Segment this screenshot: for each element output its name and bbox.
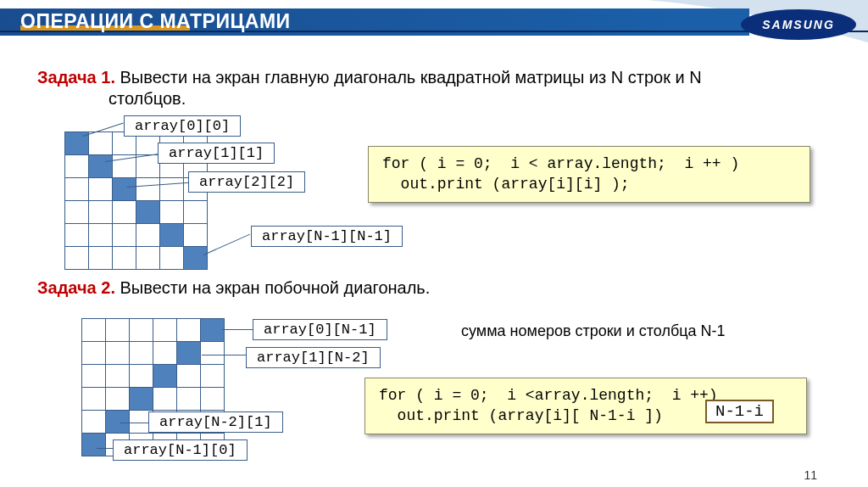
code1-line2: out.print (array[i][i] ); [382, 176, 630, 193]
callout-array-n2-1: array[N-2][1] [148, 411, 283, 433]
code-block-task1: for ( i = 0; i < array.length; i ++ ) ou… [368, 146, 810, 203]
samsung-logo: SAMSUNG [739, 8, 858, 41]
code1-line1: for ( i = 0; i < array.length; i ++ ) [382, 155, 739, 172]
code2-line2: out.print (array[i][ N-1-i ]) [379, 407, 663, 424]
callout-leader [222, 329, 256, 330]
code2-line1: for ( i = 0; i <array.length; i ++) [379, 387, 718, 404]
title-bar: ОПЕРАЦИИ С МАТРИЦАМИ SAMSUNG [0, 8, 868, 39]
task1-number: Задача 1. [37, 68, 115, 87]
slide-content: Задача 1. Вывести на экран главную диаго… [0, 51, 868, 487]
task1-text-line2: столбцов. [108, 89, 186, 109]
callout-array-n1-0: array[N-1][0] [113, 439, 248, 461]
matrix-anti-diagonal [81, 318, 225, 456]
sum-note-text: сумма номеров строки и столбца N-1 [461, 322, 726, 340]
samsung-logo-text: SAMSUNG [762, 18, 835, 31]
callout-array-2-2: array[2][2] [188, 171, 305, 193]
highlight-n-1-i: N-1-i [705, 400, 774, 423]
callout-array-n1-n1: array[N-1][N-1] [251, 226, 403, 247]
page-number: 11 [804, 468, 817, 482]
callout-array-0-n1: array[0][N-1] [253, 319, 387, 340]
callout-leader [203, 234, 250, 255]
callout-array-1-1: array[1][1] [158, 143, 275, 164]
callout-array-0-0: array[0][0] [124, 115, 241, 137]
task2-number: Задача 2. [37, 278, 115, 297]
callout-leader [202, 355, 248, 355]
task2-text: Вывести на экран побочной диагональ. [115, 278, 430, 297]
callout-array-1-n2: array[1][N-2] [246, 347, 381, 368]
task1-text-line1: Вывести на экран главную диагональ квадр… [115, 68, 702, 87]
callout-leader [120, 423, 151, 423]
task2-heading: Задача 2. Вывести на экран побочной диаг… [37, 278, 430, 298]
slide-title: ОПЕРАЦИИ С МАТРИЦАМИ [20, 10, 291, 33]
slide-header: ОПЕРАЦИИ С МАТРИЦАМИ SAMSUNG [0, 0, 868, 42]
task1-heading: Задача 1. Вывести на экран главную диаго… [37, 68, 702, 87]
